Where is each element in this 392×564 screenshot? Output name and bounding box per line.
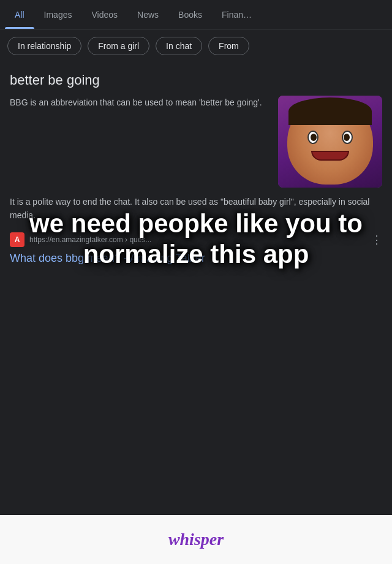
tab-books-label: Books: [178, 10, 202, 20]
chip-in-relationship-label: In relationship: [18, 41, 71, 51]
result-description-1: BBG is an abbreviation that can be used …: [10, 96, 271, 109]
source-icon: A: [10, 232, 24, 247]
chip-from-a-girl-label: From a girl: [98, 41, 139, 51]
tab-all[interactable]: All: [5, 0, 34, 29]
tab-finan[interactable]: Finan…: [212, 0, 262, 29]
tab-all-label: All: [15, 10, 24, 20]
chip-from-label: From: [219, 41, 239, 51]
result-description-2: It is a polite way to end the chat. It a…: [10, 195, 382, 223]
tab-images-label: Images: [44, 10, 72, 20]
tab-images[interactable]: Images: [34, 0, 82, 29]
main-content: better be going BBG is an abbreviation t…: [0, 63, 392, 266]
result-block: BBG is an abbreviation that can be used …: [10, 96, 382, 188]
chip-in-relationship[interactable]: In relationship: [7, 37, 81, 55]
tab-books[interactable]: Books: [168, 0, 212, 29]
chips-bar: In relationship From a girl In chat From: [0, 29, 392, 63]
chip-from[interactable]: From: [208, 37, 249, 55]
whisper-label: whisper: [168, 530, 224, 549]
result-link[interactable]: What does bbg mean? - Amazing Talker: [10, 251, 382, 266]
chip-in-chat[interactable]: In chat: [156, 37, 202, 55]
whisper-overlay: whisper: [0, 515, 392, 564]
source-row: A https://en.amazingtalker.com › ques...…: [10, 232, 382, 247]
tab-videos[interactable]: Videos: [81, 0, 127, 29]
tab-videos-label: Videos: [91, 10, 118, 20]
tabs-bar: All Images Videos News Books Finan…: [0, 0, 392, 29]
result-text-block: BBG is an abbreviation that can be used …: [10, 96, 271, 109]
tab-news[interactable]: News: [127, 0, 168, 29]
source-url: https://en.amazingtalker.com › ques...: [29, 235, 366, 244]
result-title: better be going: [10, 72, 382, 88]
tab-finan-label: Finan…: [222, 10, 252, 20]
source-menu-button[interactable]: ⋮: [371, 233, 382, 246]
result-thumbnail: [278, 96, 382, 188]
chip-in-chat-label: In chat: [166, 41, 192, 51]
chip-from-a-girl[interactable]: From a girl: [88, 37, 149, 55]
tab-news-label: News: [137, 10, 159, 20]
